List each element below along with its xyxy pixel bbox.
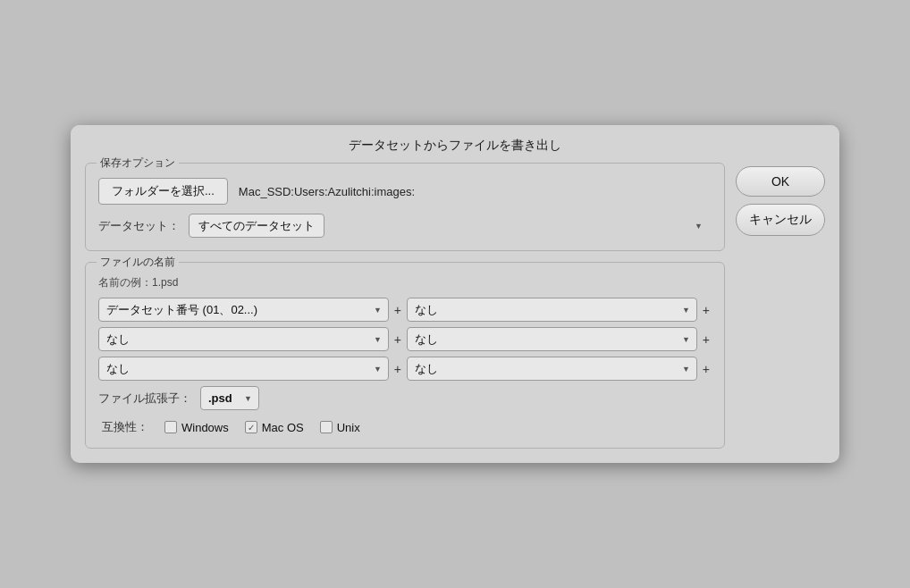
extension-label: ファイル拡張子： <box>98 391 191 407</box>
save-options-section: 保存オプション フォルダーを選択... Mac_SSD:Users:Azulit… <box>85 163 725 251</box>
dialog-main: 保存オプション フォルダーを選択... Mac_SSD:Users:Azulit… <box>85 163 725 449</box>
extension-select-wrapper: .psd.psb.tif.jpg.png <box>200 386 259 410</box>
naming-select-2-left-wrapper: なしデータセット番号 (01、02...)データセット名ファイル名日付時刻 <box>98 327 389 351</box>
naming-select-3-left[interactable]: なしデータセット番号 (01、02...)データセット名ファイル名日付時刻 <box>98 357 389 381</box>
file-naming-label: ファイルの名前 <box>97 255 179 270</box>
dataset-select[interactable]: すべてのデータセット <box>189 214 324 238</box>
folder-select-button[interactable]: フォルダーを選択... <box>98 178 228 205</box>
plus-2: + <box>392 332 403 347</box>
file-naming-section: ファイルの名前 名前の例：1.psd なしデータセット番号 (01、02...)… <box>85 262 725 449</box>
plus-3-end: + <box>701 362 712 376</box>
naming-row-2: なしデータセット番号 (01、02...)データセット名ファイル名日付時刻 + … <box>98 327 712 351</box>
plus-2-end: + <box>701 332 712 347</box>
naming-select-3-left-wrapper: なしデータセット番号 (01、02...)データセット名ファイル名日付時刻 <box>98 357 389 381</box>
compat-unix: Unix <box>320 421 360 434</box>
naming-select-1-right[interactable]: なしデータセット番号 (01、02...)データセット名ファイル名日付時刻 <box>407 298 697 322</box>
extension-select[interactable]: .psd.psb.tif.jpg.png <box>200 386 259 410</box>
unix-label: Unix <box>337 421 360 434</box>
naming-select-2-right-wrapper: なしデータセット番号 (01、02...)データセット名ファイル名日付時刻 <box>407 327 697 351</box>
macos-checkbox[interactable] <box>245 421 257 433</box>
naming-select-3-right-wrapper: なしデータセット番号 (01、02...)データセット名ファイル名日付時刻 <box>407 357 697 381</box>
naming-select-2-right[interactable]: なしデータセット番号 (01、02...)データセット名ファイル名日付時刻 <box>407 327 697 351</box>
compatibility-row: 互換性： Windows Mac OS Unix <box>98 419 712 435</box>
compat-label: 互換性： <box>102 419 148 435</box>
dialog-body: 保存オプション フォルダーを選択... Mac_SSD:Users:Azulit… <box>71 163 839 463</box>
dataset-label: データセット： <box>98 218 180 234</box>
folder-path: Mac_SSD:Users:Azulitchi:images: <box>239 185 415 198</box>
main-dialog: データセットからファイルを書き出し 保存オプション フォルダーを選択... Ma… <box>71 125 839 463</box>
dataset-row: データセット： すべてのデータセット <box>98 214 712 238</box>
naming-select-1-left-wrapper: なしデータセット番号 (01、02...)データセット名ファイル名日付時刻 <box>98 298 389 322</box>
naming-select-1-right-wrapper: なしデータセット番号 (01、02...)データセット名ファイル名日付時刻 <box>407 298 697 322</box>
ok-button[interactable]: OK <box>736 166 825 197</box>
dataset-select-wrapper: すべてのデータセット <box>189 214 712 238</box>
save-options-row: フォルダーを選択... Mac_SSD:Users:Azulitchi:imag… <box>98 178 712 205</box>
plus-1: + <box>392 303 403 317</box>
compat-windows: Windows <box>164 421 229 434</box>
naming-row-1: なしデータセット番号 (01、02...)データセット名ファイル名日付時刻 + … <box>98 298 712 322</box>
cancel-button[interactable]: キャンセル <box>736 204 825 236</box>
naming-select-3-right[interactable]: なしデータセット番号 (01、02...)データセット名ファイル名日付時刻 <box>407 357 697 381</box>
plus-1-end: + <box>701 303 712 317</box>
save-options-label: 保存オプション <box>97 155 179 171</box>
macos-label: Mac OS <box>262 421 304 434</box>
naming-row-3: なしデータセット番号 (01、02...)データセット名ファイル名日付時刻 + … <box>98 357 712 381</box>
naming-select-1-left[interactable]: なしデータセット番号 (01、02...)データセット名ファイル名日付時刻 <box>98 298 389 322</box>
naming-select-2-left[interactable]: なしデータセット番号 (01、02...)データセット名ファイル名日付時刻 <box>98 327 389 351</box>
plus-3: + <box>392 362 403 376</box>
extension-row: ファイル拡張子： .psd.psb.tif.jpg.png <box>98 386 712 410</box>
compat-macos: Mac OS <box>245 421 304 434</box>
windows-label: Windows <box>181 421 229 434</box>
dialog-title: データセットからファイルを書き出し <box>71 125 839 163</box>
example-text: 名前の例：1.psd <box>98 275 712 290</box>
unix-checkbox[interactable] <box>320 421 333 433</box>
dialog-actions: OK キャンセル <box>736 163 825 449</box>
windows-checkbox[interactable] <box>164 421 177 433</box>
